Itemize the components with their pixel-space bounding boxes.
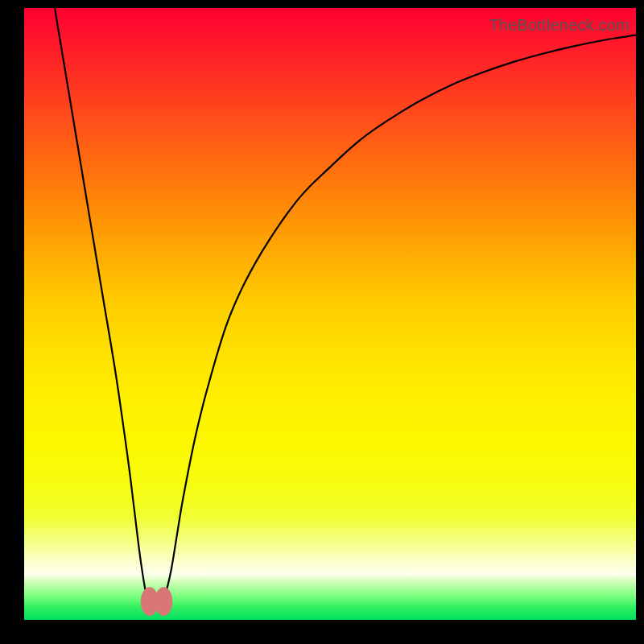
plot-area: TheBottleneck.com	[24, 8, 636, 620]
bottleneck-curve	[55, 8, 636, 609]
marker-right	[155, 587, 172, 616]
chart-svg	[24, 8, 636, 620]
chart-frame: TheBottleneck.com	[0, 0, 644, 644]
